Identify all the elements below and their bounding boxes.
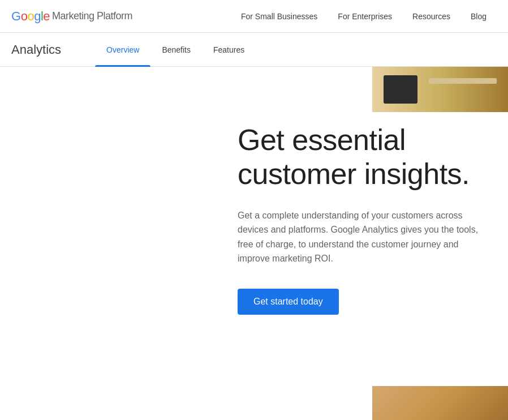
logo-letter-o2: o (27, 9, 34, 24)
tab-features[interactable]: Features (202, 33, 256, 67)
logo-letter-g2: g (34, 9, 41, 24)
nav-link-enterprises[interactable]: For Enterprises (328, 7, 402, 25)
logo-suffix: Marketing Platform (52, 10, 132, 22)
hero-light-element (429, 78, 497, 84)
hero-headline: Get essential customer insights. (238, 123, 487, 191)
hero-image-top-inner (372, 67, 508, 112)
google-logo: Google Marketing Platform (11, 9, 132, 24)
hero-text-area: Get essential customer insights. Get a c… (226, 112, 498, 326)
sub-nav-title: Analytics (11, 42, 61, 57)
top-nav-links: For Small Businesses For Enterprises Res… (231, 7, 497, 25)
logo-letter-o1: o (21, 9, 28, 24)
logo-area: Google Marketing Platform (11, 9, 132, 24)
top-navigation: Google Marketing Platform For Small Busi… (0, 0, 508, 33)
sub-nav-tabs: Overview Benefits Features (95, 33, 256, 66)
hero-dark-element (384, 75, 417, 104)
nav-link-small-businesses[interactable]: For Small Businesses (231, 7, 328, 25)
logo-letter-e: e (43, 9, 50, 24)
hero-image-top (372, 67, 508, 112)
nav-link-blog[interactable]: Blog (460, 7, 497, 25)
logo-letter-g: G (11, 9, 21, 24)
tab-overview[interactable]: Overview (95, 33, 150, 67)
hero-description: Get a complete understanding of your cus… (238, 208, 487, 266)
tab-benefits[interactable]: Benefits (150, 33, 202, 67)
hero-image-bottom (372, 386, 508, 420)
nav-link-resources[interactable]: Resources (402, 7, 460, 25)
cta-button[interactable]: Get started today (238, 289, 339, 315)
sub-navigation: Analytics Overview Benefits Features (0, 33, 508, 67)
main-content: Get essential customer insights. Get a c… (0, 67, 508, 420)
